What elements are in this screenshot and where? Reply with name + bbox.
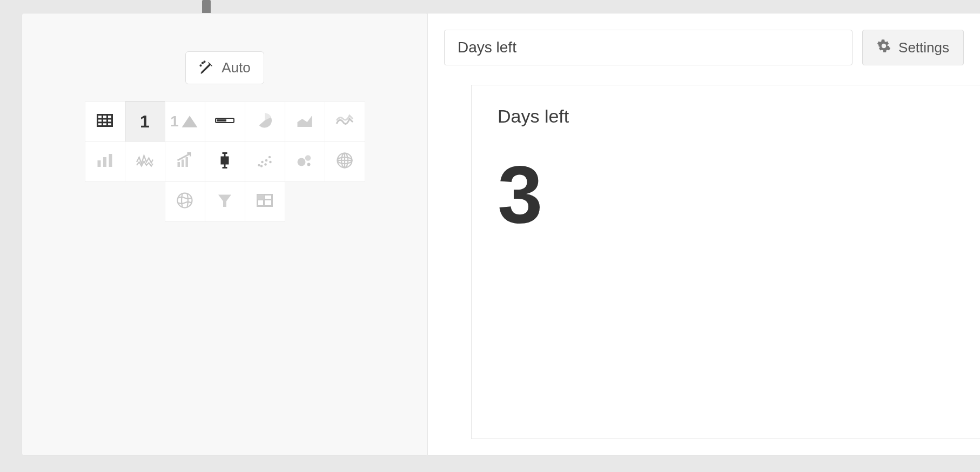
trend-line-icon <box>175 151 194 172</box>
viz-pie-button[interactable] <box>245 102 285 142</box>
svg-point-0 <box>202 62 203 63</box>
pivot-icon <box>255 191 274 212</box>
viz-bubble-button[interactable] <box>285 141 325 182</box>
svg-point-23 <box>260 165 263 167</box>
viz-boxplot-button[interactable] <box>205 141 245 182</box>
funnel-icon <box>215 191 234 212</box>
area-icon <box>295 111 314 132</box>
pie-icon <box>255 111 274 132</box>
preview-card-title: Days left <box>498 106 954 127</box>
preview-header-bar: Settings <box>444 30 980 65</box>
bubble-icon <box>295 151 314 172</box>
settings-label: Settings <box>898 39 949 56</box>
svg-point-25 <box>264 163 267 166</box>
trend-number-icon: 1 <box>170 112 199 131</box>
viz-trend-number-button[interactable]: 1 <box>165 102 205 142</box>
svg-rect-14 <box>182 160 184 167</box>
viz-sparkline-button[interactable] <box>325 102 365 142</box>
svg-point-27 <box>269 161 272 164</box>
viz-progress-button[interactable] <box>205 102 245 142</box>
boxplot-icon <box>215 151 234 172</box>
bar-icon <box>95 151 115 172</box>
svg-rect-11 <box>103 157 106 167</box>
viz-table-button[interactable] <box>85 102 125 142</box>
viz-area-button[interactable] <box>285 102 325 142</box>
viz-multiline-button[interactable] <box>125 141 165 182</box>
svg-rect-10 <box>98 160 101 167</box>
preview-card-value: 3 <box>498 154 954 235</box>
visualization-picker-panel: Auto 1 <box>22 13 428 456</box>
svg-point-24 <box>265 159 268 162</box>
svg-rect-15 <box>186 157 189 167</box>
viz-geo-button[interactable] <box>165 181 205 222</box>
auto-viz-button[interactable]: Auto <box>185 51 264 84</box>
svg-point-26 <box>269 156 271 159</box>
svg-point-28 <box>298 158 306 166</box>
svg-point-1 <box>200 65 202 66</box>
svg-rect-40 <box>258 195 264 200</box>
svg-point-29 <box>305 155 311 161</box>
magic-wand-icon <box>199 60 214 76</box>
tab-marker <box>202 0 211 13</box>
viz-pivot-button[interactable] <box>245 181 285 222</box>
svg-rect-13 <box>178 162 180 167</box>
card-title-input[interactable] <box>444 30 853 65</box>
settings-button[interactable]: Settings <box>862 30 964 65</box>
progress-bar-icon <box>215 111 234 132</box>
preview-panel: Settings Days left 3 <box>428 13 980 456</box>
gear-icon <box>877 39 891 57</box>
number-icon: 1 <box>140 112 150 132</box>
viz-trendline-button[interactable] <box>165 141 205 182</box>
svg-rect-3 <box>98 115 112 126</box>
preview-card: Days left 3 <box>471 85 980 439</box>
scatter-icon <box>255 151 274 172</box>
svg-point-36 <box>178 193 192 208</box>
svg-rect-9 <box>217 119 226 122</box>
viz-scatter-button[interactable] <box>245 141 285 182</box>
viz-map-button[interactable] <box>325 141 365 182</box>
multiline-icon <box>135 151 155 172</box>
svg-point-30 <box>307 163 311 166</box>
svg-rect-12 <box>109 154 112 167</box>
svg-rect-18 <box>221 157 228 164</box>
svg-point-2 <box>204 61 205 62</box>
svg-point-22 <box>261 161 264 164</box>
viz-number-button[interactable]: 1 <box>125 102 165 142</box>
table-icon <box>95 111 115 132</box>
auto-viz-label: Auto <box>221 59 251 76</box>
sparkline-icon <box>335 111 354 132</box>
viz-type-grid: 1 1 <box>85 102 365 221</box>
globe2-icon <box>175 191 194 212</box>
viz-bar-button[interactable] <box>85 141 125 182</box>
viz-funnel-button[interactable] <box>205 181 245 222</box>
svg-point-21 <box>258 164 260 167</box>
globe-icon <box>335 151 354 172</box>
